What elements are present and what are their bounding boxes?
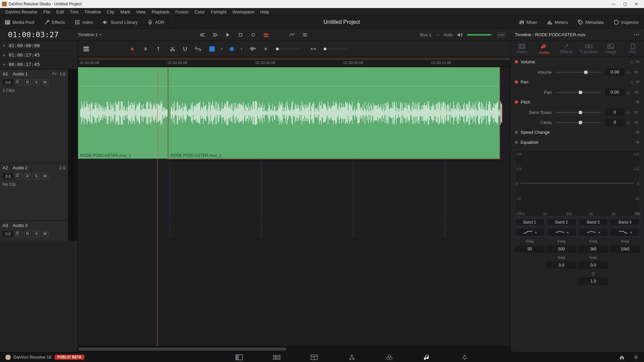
edit-tool[interactable]: [155, 45, 162, 53]
band-1-freq[interactable]: 50: [515, 245, 545, 253]
track-r-button[interactable]: R: [24, 173, 31, 179]
track-m-button[interactable]: M: [42, 173, 48, 179]
keyframe-diamond-icon[interactable]: ◇: [627, 120, 630, 125]
menu-fairlight[interactable]: Fairlight: [208, 9, 229, 15]
volume-slider[interactable]: [556, 72, 601, 73]
track-s-button[interactable]: S: [33, 173, 40, 179]
crossfade-button[interactable]: [262, 45, 269, 53]
band-3-shape[interactable]: ▾: [579, 228, 608, 237]
band-3-toggle[interactable]: Band 3: [579, 219, 608, 226]
range-tool[interactable]: [142, 45, 149, 53]
inspector-tab-effects[interactable]: Effects: [555, 41, 577, 57]
keyframe-diamond-icon[interactable]: ◇: [629, 59, 635, 64]
menu-fusion[interactable]: Fusion: [173, 9, 191, 15]
clip-a1-2[interactable]: RODE PODCASTER.mov_1: [168, 67, 500, 159]
automation-mode[interactable]: Auto: [444, 32, 453, 37]
cents-value[interactable]: 0: [605, 119, 625, 126]
chevron-down-icon[interactable]: ▾: [241, 47, 243, 51]
reset-icon[interactable]: ⟲: [635, 79, 640, 84]
section-speed[interactable]: Speed Change⟲: [511, 127, 644, 137]
menu-trim[interactable]: Trim: [67, 9, 82, 15]
index-button[interactable]: Index: [70, 16, 98, 28]
chevron-down-icon[interactable]: ▾: [221, 47, 223, 51]
track-header-a3[interactable]: A3Audio 3 0.0 RSM: [0, 221, 77, 241]
link-toggle[interactable]: [194, 45, 202, 53]
reset-icon[interactable]: ⟲: [634, 110, 638, 115]
menu-davinci-resolve[interactable]: DaVinci Resolve: [3, 9, 40, 15]
lock-button[interactable]: [15, 173, 22, 179]
inspector-tab-transition[interactable]: Transition: [578, 41, 600, 57]
bus-selector[interactable]: Bus 1: [420, 32, 431, 37]
semi tones-value[interactable]: 0: [605, 109, 625, 116]
close-button[interactable]: ✕: [631, 0, 642, 8]
keyframe-diamond-icon[interactable]: ◇: [627, 70, 630, 75]
page-fusion[interactable]: [346, 353, 357, 361]
selection-tool[interactable]: [129, 45, 137, 53]
inspector-tab-audio[interactable]: Audio: [533, 41, 555, 57]
band-1-shape[interactable]: ▾: [515, 228, 545, 237]
page-cut[interactable]: [271, 353, 282, 361]
band-2-shape[interactable]: ▾: [547, 228, 577, 237]
monitor-volume-slider[interactable]: [467, 34, 493, 36]
track-header-a2[interactable]: A2Audio 22.0 0.0 RSM No Clip: [0, 163, 77, 221]
track-volume-A3[interactable]: 0.0: [3, 231, 13, 237]
track-s-button[interactable]: S: [33, 79, 40, 85]
tracks-view-icon[interactable]: [83, 45, 90, 53]
horizontal-scrollbar[interactable]: [78, 346, 511, 352]
page-edit[interactable]: [309, 353, 320, 361]
inspector-tab-image[interactable]: Image: [600, 41, 622, 57]
zoom-slider-1[interactable]: [276, 49, 300, 49]
marker-button[interactable]: [228, 45, 235, 53]
flag-button[interactable]: [208, 45, 216, 53]
minimize-button[interactable]: —: [608, 0, 619, 8]
section-pitch[interactable]: Pitch⟲: [511, 97, 644, 107]
menu-mark[interactable]: Mark: [118, 9, 133, 15]
track-lane-a1[interactable]: RODE PODCASTER.mov_1RODE PODCASTER.mov_1: [78, 67, 511, 161]
menu-color[interactable]: Color: [192, 9, 208, 15]
reset-icon[interactable]: ⟲: [634, 70, 638, 75]
timecode-row-2[interactable]: ▸00:00:17:45: [0, 60, 77, 69]
razor-tool[interactable]: [169, 45, 176, 53]
play-button[interactable]: [224, 31, 231, 39]
inspector-tab-file[interactable]: File: [622, 41, 644, 57]
sound-library-button[interactable]: Sound Library: [98, 16, 143, 28]
page-deliver[interactable]: [459, 353, 470, 361]
tracks-area[interactable]: RODE PODCASTER.mov_1RODE PODCASTER.mov_1: [78, 67, 511, 346]
band-2-gain[interactable]: 0.0: [547, 261, 577, 269]
section-eq[interactable]: Equalizer⟲: [511, 137, 644, 147]
band-2-freq[interactable]: 500: [547, 245, 577, 253]
clip-a1-1[interactable]: RODE PODCASTER.mov_1: [78, 67, 168, 159]
view-options-button[interactable]: [301, 31, 309, 39]
mixer-button[interactable]: Mixer: [514, 16, 542, 28]
keyframe-diamond-icon[interactable]: ◇: [627, 90, 630, 95]
cents-slider[interactable]: [556, 122, 601, 123]
semi tones-slider[interactable]: [556, 112, 601, 113]
timecode-display[interactable]: 01:00:03:27: [0, 31, 78, 39]
menu-workspace[interactable]: Workspace: [230, 9, 257, 15]
band-3-freq[interactable]: 3k5: [579, 245, 608, 253]
track-lane-a2[interactable]: [78, 161, 511, 219]
playhead[interactable]: [157, 67, 158, 346]
inspector-menu-icon[interactable]: •••: [633, 32, 640, 37]
menu-playback[interactable]: Playback: [149, 9, 172, 15]
band-2-toggle[interactable]: Band 2: [547, 219, 577, 226]
menu-timeline[interactable]: Timeline: [82, 9, 104, 15]
track-volume-A1[interactable]: 0.0: [3, 79, 13, 85]
maximize-button[interactable]: ▢: [619, 0, 631, 8]
pan-value[interactable]: 0.00: [605, 88, 625, 96]
timeline-ruler[interactable]: 01:00:00:0001:00:03:0001:00:06:0001:00:0…: [78, 57, 511, 67]
page-color[interactable]: [384, 353, 395, 361]
stop-button[interactable]: [237, 31, 244, 39]
equalizer-graph[interactable]: +24+24+12+1200-12-12-24-24Hz622501K4K16K: [515, 149, 640, 217]
timecode-row-1[interactable]: ▸01:00:17:45: [0, 50, 77, 60]
reset-icon[interactable]: ⟲: [635, 59, 640, 64]
menu-help[interactable]: Help: [258, 9, 272, 15]
speaker-icon[interactable]: [457, 32, 463, 38]
settings-button[interactable]: [633, 355, 639, 360]
expand-icon[interactable]: [310, 45, 317, 53]
track-lane-a3[interactable]: [78, 219, 511, 239]
record-button[interactable]: [250, 31, 257, 39]
track-volume-A2[interactable]: 0.0: [3, 173, 13, 179]
timecode-row-0[interactable]: ▸01:00:00:00: [0, 41, 77, 50]
page-media[interactable]: [234, 353, 245, 361]
